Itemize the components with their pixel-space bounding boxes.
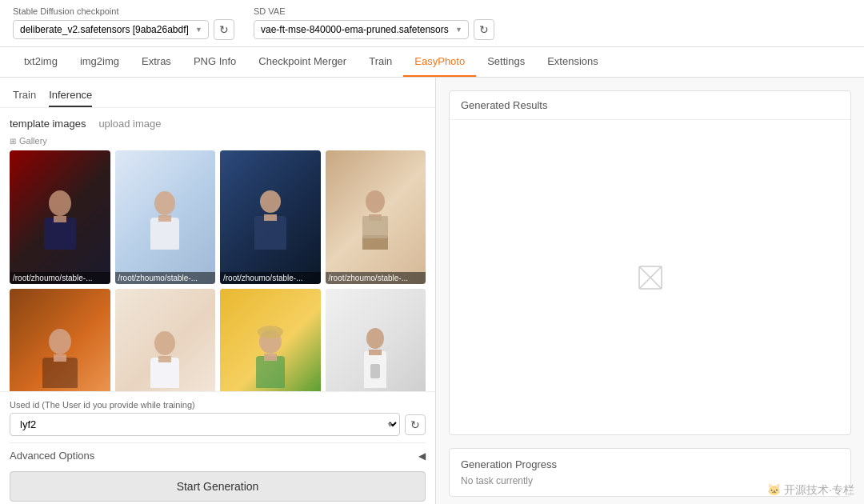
svg-rect-14 bbox=[42, 358, 78, 388]
sub-tabs: Train Inference bbox=[0, 78, 435, 108]
vae-section: SD VAE vae-ft-mse-840000-ema-pruned.safe… bbox=[254, 6, 494, 40]
vae-row: vae-ft-mse-840000-ema-pruned.safetensors… bbox=[254, 19, 494, 40]
advanced-options-label: Advanced Options bbox=[10, 450, 94, 462]
svg-rect-15 bbox=[54, 354, 66, 362]
tab-img2img[interactable]: img2img bbox=[69, 47, 130, 77]
generated-results-container: Generated Results bbox=[449, 90, 851, 435]
checkpoint-section: Stable Diffusion checkpoint deliberate_v… bbox=[13, 6, 234, 40]
template-images-label: template images bbox=[10, 118, 86, 130]
template-image-4[interactable]: /root/zhoumo/stable-... bbox=[326, 150, 426, 284]
image-caption-1: /root/zhoumo/stable-... bbox=[10, 272, 110, 284]
svg-rect-12 bbox=[362, 216, 388, 238]
checkpoint-wrapper: deliberate_v2.safetensors [9aba26abdf] bbox=[13, 20, 209, 39]
svg-rect-25 bbox=[369, 350, 382, 355]
image-caption-4: /root/zhoumo/stable-... bbox=[326, 272, 426, 284]
template-header: template images upload image bbox=[10, 118, 426, 130]
image-grid: /root/zhoumo/stable-... /root/zhoumo/sta… bbox=[10, 150, 426, 391]
tab-txt2img[interactable]: txt2img bbox=[13, 47, 69, 77]
checkpoint-label: Stable Diffusion checkpoint bbox=[13, 6, 234, 16]
checkpoint-dropdown[interactable]: deliberate_v2.safetensors [9aba26abdf] bbox=[13, 20, 209, 39]
upload-image-label[interactable]: upload image bbox=[98, 118, 161, 130]
user-id-row: lyf2 ↻ bbox=[10, 413, 426, 436]
svg-rect-2 bbox=[54, 216, 66, 222]
tab-settings[interactable]: Settings bbox=[476, 47, 536, 77]
svg-rect-7 bbox=[254, 216, 286, 250]
generated-placeholder-icon bbox=[450, 120, 850, 434]
sub-tab-train[interactable]: Train bbox=[13, 84, 36, 107]
generated-results-title: Generated Results bbox=[450, 91, 850, 120]
svg-rect-4 bbox=[150, 218, 179, 250]
svg-point-3 bbox=[154, 191, 175, 215]
user-id-dropdown[interactable]: lyf2 bbox=[10, 413, 400, 436]
svg-point-16 bbox=[154, 331, 175, 355]
tab-easyphoto[interactable]: EasyPhoto bbox=[403, 47, 476, 77]
checkpoint-row: deliberate_v2.safetensors [9aba26abdf] ↻ bbox=[13, 19, 234, 40]
svg-rect-5 bbox=[158, 215, 171, 222]
right-panel: Generated Results Generation Progress No… bbox=[436, 78, 864, 504]
template-image-2[interactable]: /root/zhoumo/stable-... bbox=[115, 150, 216, 284]
main-content: Train Inference template images upload i… bbox=[0, 78, 864, 504]
sub-tab-inference[interactable]: Inference bbox=[49, 84, 92, 107]
svg-point-13 bbox=[49, 329, 71, 354]
image-caption-3: /root/zhoumo/stable-... bbox=[220, 272, 321, 284]
tab-train[interactable]: Train bbox=[358, 47, 403, 77]
tab-extensions[interactable]: Extensions bbox=[536, 47, 610, 77]
watermark: 🐱 开源技术·专栏 bbox=[767, 483, 854, 498]
checkpoint-refresh-button[interactable]: ↻ bbox=[214, 19, 234, 40]
template-image-6[interactable]: /root/zhoumo/stable-... bbox=[115, 289, 216, 391]
vae-wrapper: vae-ft-mse-840000-ema-pruned.safetensors bbox=[254, 20, 469, 39]
user-id-wrapper: lyf2 bbox=[10, 413, 400, 436]
advanced-options-collapse-icon: ◀ bbox=[418, 450, 426, 462]
start-generation-button[interactable]: Start Generation bbox=[10, 471, 426, 502]
image-caption-2: /root/zhoumo/stable-... bbox=[115, 272, 216, 284]
tab-png-info[interactable]: PNG Info bbox=[182, 47, 247, 77]
svg-rect-18 bbox=[158, 356, 171, 362]
vae-dropdown[interactable]: vae-ft-mse-840000-ema-pruned.safetensors bbox=[254, 20, 469, 39]
generation-progress-title: Generation Progress bbox=[461, 458, 839, 470]
nav-tabs-bar: txt2img img2img Extras PNG Info Checkpoi… bbox=[0, 47, 864, 78]
gallery-icon: ⊞ bbox=[10, 137, 16, 146]
user-id-field-label: Used id (The User id you provide while t… bbox=[10, 400, 426, 410]
gallery-label-row: ⊞ Gallery bbox=[10, 136, 426, 146]
svg-point-6 bbox=[260, 190, 281, 213]
svg-point-0 bbox=[49, 190, 71, 216]
template-image-1[interactable]: /root/zhoumo/stable-... bbox=[10, 150, 110, 284]
svg-rect-26 bbox=[370, 364, 380, 378]
vae-label: SD VAE bbox=[254, 6, 494, 16]
vae-refresh-button[interactable]: ↻ bbox=[474, 19, 494, 40]
bottom-section: Used id (The User id you provide while t… bbox=[0, 391, 435, 504]
svg-rect-22 bbox=[264, 354, 277, 361]
template-image-7[interactable]: /root/zhoumo/stable-... bbox=[220, 289, 321, 391]
template-image-5[interactable]: /root/zhoumo/stable-... bbox=[10, 289, 110, 391]
user-id-refresh-button[interactable]: ↻ bbox=[405, 414, 426, 435]
advanced-options-row[interactable]: Advanced Options ◀ bbox=[10, 442, 426, 468]
svg-rect-8 bbox=[264, 214, 277, 221]
svg-point-20 bbox=[258, 326, 283, 338]
top-bar: Stable Diffusion checkpoint deliberate_v… bbox=[0, 0, 864, 47]
svg-point-23 bbox=[366, 328, 384, 349]
template-section: template images upload image ⊞ Gallery bbox=[0, 108, 435, 391]
gallery-text: Gallery bbox=[19, 136, 47, 146]
left-panel: Train Inference template images upload i… bbox=[0, 78, 436, 504]
tab-checkpoint-merger[interactable]: Checkpoint Merger bbox=[247, 47, 358, 77]
template-image-3[interactable]: /root/zhoumo/stable-... bbox=[220, 150, 321, 284]
tab-extras[interactable]: Extras bbox=[130, 47, 182, 77]
svg-point-9 bbox=[366, 190, 385, 213]
template-image-8[interactable]: /root/zhoumo/stable-... bbox=[326, 289, 426, 391]
